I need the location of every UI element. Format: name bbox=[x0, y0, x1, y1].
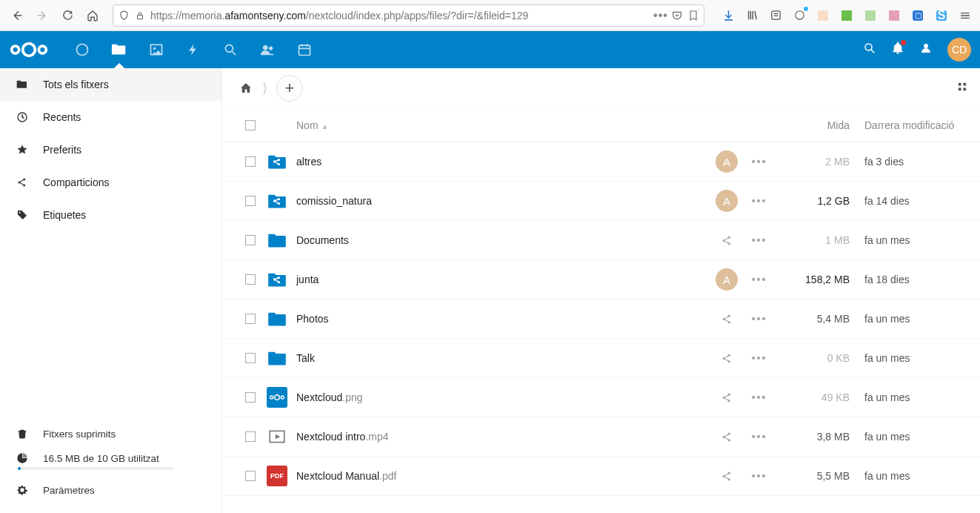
notifications-icon[interactable] bbox=[891, 42, 904, 58]
more-actions[interactable]: ••• bbox=[743, 352, 776, 364]
share-icon[interactable] bbox=[721, 431, 733, 443]
sidebar-item-3[interactable]: Comparticions bbox=[0, 166, 221, 199]
nav-dashboard[interactable] bbox=[64, 31, 101, 68]
pocket-icon[interactable] bbox=[671, 10, 683, 21]
ext-1-icon[interactable] bbox=[790, 7, 808, 24]
ext-6-icon[interactable]: ▢ bbox=[909, 7, 927, 24]
sidebar-item-label: Preferits bbox=[43, 144, 81, 156]
share-icon[interactable] bbox=[721, 391, 733, 404]
library-icon[interactable] bbox=[743, 7, 761, 24]
file-name[interactable]: Nextcloud Manual.pdf bbox=[293, 470, 710, 482]
row-checkbox[interactable] bbox=[245, 431, 256, 442]
more-actions[interactable]: ••• bbox=[743, 156, 776, 168]
sidebar: Tots els fitxersRecentsPreferitsComparti… bbox=[0, 68, 222, 513]
file-name[interactable]: Documents bbox=[293, 234, 710, 246]
shared-avatar[interactable]: A bbox=[716, 268, 738, 291]
trash-icon bbox=[16, 428, 28, 440]
row-checkbox[interactable] bbox=[245, 392, 256, 403]
row-checkbox[interactable] bbox=[245, 156, 256, 167]
more-actions[interactable]: ••• bbox=[743, 313, 776, 325]
file-name[interactable]: junta bbox=[293, 274, 710, 285]
row-checkbox[interactable] bbox=[245, 353, 256, 363]
row-checkbox[interactable] bbox=[245, 196, 256, 206]
shared-avatar[interactable]: A bbox=[716, 150, 738, 173]
more-actions[interactable]: ••• bbox=[743, 274, 776, 285]
header-contacts-icon[interactable] bbox=[919, 42, 933, 58]
user-avatar[interactable]: CD bbox=[947, 38, 971, 62]
sidebar-settings[interactable]: Paràmetres bbox=[0, 476, 221, 504]
row-checkbox[interactable] bbox=[245, 471, 256, 481]
select-all-checkbox[interactable] bbox=[245, 120, 256, 130]
menu-icon[interactable] bbox=[956, 7, 974, 24]
file-row[interactable]: Nextcloud intro.mp4 ••• 3,8 MB fa un mes bbox=[222, 417, 980, 457]
file-name[interactable]: Photos bbox=[293, 313, 710, 325]
reload-button[interactable] bbox=[56, 4, 79, 27]
file-modified: fa 18 dies bbox=[850, 274, 968, 285]
ext-5-icon[interactable] bbox=[885, 7, 903, 24]
nextcloud-logo[interactable] bbox=[9, 41, 49, 59]
ext-4-icon[interactable] bbox=[861, 7, 879, 24]
sidebar-item-0[interactable]: Tots els fitxers bbox=[0, 68, 221, 101]
file-size: 49 KB bbox=[776, 391, 850, 403]
file-row[interactable]: Photos ••• 5,4 MB fa un mes bbox=[222, 299, 980, 339]
ext-2-icon[interactable] bbox=[814, 7, 832, 24]
reader-icon[interactable] bbox=[767, 7, 784, 24]
file-row[interactable]: Nextcloud.png ••• 49 KB fa un mes bbox=[222, 378, 980, 417]
sidebar-item-1[interactable]: Recents bbox=[0, 101, 221, 133]
more-actions[interactable]: ••• bbox=[743, 470, 776, 482]
column-modified[interactable]: Darrera modificació bbox=[850, 119, 968, 131]
row-checkbox[interactable] bbox=[245, 235, 256, 245]
more-actions[interactable]: ••• bbox=[743, 234, 776, 246]
ext-7-icon[interactable]: S bbox=[933, 7, 950, 24]
sidebar-item-4[interactable]: Etiquetes bbox=[0, 199, 221, 231]
file-row[interactable]: altres A ••• 2 MB fa 3 dies bbox=[222, 142, 980, 182]
grid-view-toggle[interactable] bbox=[956, 81, 968, 96]
file-size: 1 MB bbox=[776, 234, 850, 246]
downloads-icon[interactable] bbox=[719, 7, 737, 24]
nav-calendar[interactable] bbox=[286, 31, 323, 68]
forward-button[interactable] bbox=[31, 4, 53, 27]
file-icon bbox=[267, 191, 293, 211]
ext-3-icon[interactable] bbox=[838, 7, 856, 24]
home-button[interactable] bbox=[81, 4, 104, 27]
share-icon[interactable] bbox=[721, 313, 733, 325]
row-checkbox[interactable] bbox=[245, 274, 256, 285]
column-name[interactable]: Nom▲ bbox=[293, 119, 710, 131]
column-size[interactable]: Mida bbox=[776, 119, 850, 131]
shared-avatar[interactable]: A bbox=[716, 190, 738, 212]
file-name[interactable]: comissio_natura bbox=[293, 195, 710, 207]
file-row[interactable]: PDF Nextcloud Manual.pdf ••• 5,5 MB fa u… bbox=[222, 457, 980, 496]
file-row[interactable]: junta A ••• 158,2 MB fa 18 dies bbox=[222, 260, 980, 299]
file-icon bbox=[267, 269, 293, 290]
back-button[interactable] bbox=[6, 4, 28, 27]
url-bar[interactable]: https://memoria.afamontseny.com/nextclou… bbox=[113, 4, 704, 27]
nav-talk[interactable] bbox=[212, 31, 249, 68]
file-row[interactable]: Documents ••• 1 MB fa un mes bbox=[222, 221, 980, 260]
page-action-icon[interactable]: ••• bbox=[655, 9, 667, 22]
bookmark-star-icon[interactable] bbox=[687, 10, 699, 21]
new-button[interactable]: + bbox=[276, 75, 303, 102]
gear-icon bbox=[16, 484, 28, 496]
row-checkbox[interactable] bbox=[245, 314, 256, 324]
share-icon[interactable] bbox=[721, 470, 733, 483]
file-row[interactable]: Talk ••• 0 KB fa un mes bbox=[222, 339, 980, 378]
sidebar-deleted-files[interactable]: Fitxers suprimits bbox=[0, 420, 221, 448]
sidebar-item-2[interactable]: Preferits bbox=[0, 133, 221, 166]
more-actions[interactable]: ••• bbox=[743, 431, 776, 443]
share-icon[interactable] bbox=[721, 234, 733, 247]
file-row[interactable]: comissio_natura A ••• 1,2 GB fa 14 dies bbox=[222, 182, 980, 221]
nav-activity[interactable] bbox=[175, 31, 212, 68]
nav-contacts[interactable] bbox=[249, 31, 286, 68]
file-name[interactable]: altres bbox=[293, 156, 710, 168]
svg-point-26 bbox=[795, 11, 803, 19]
file-name[interactable]: Nextcloud intro.mp4 bbox=[293, 431, 710, 443]
nav-files[interactable] bbox=[101, 31, 138, 68]
share-icon[interactable] bbox=[721, 352, 733, 365]
breadcrumb-home[interactable] bbox=[234, 76, 258, 100]
more-actions[interactable]: ••• bbox=[743, 391, 776, 403]
file-name[interactable]: Nextcloud.png bbox=[293, 391, 710, 403]
more-actions[interactable]: ••• bbox=[743, 195, 776, 207]
file-name[interactable]: Talk bbox=[293, 352, 710, 364]
nav-photos[interactable] bbox=[138, 31, 175, 68]
header-search-icon[interactable] bbox=[863, 42, 876, 58]
